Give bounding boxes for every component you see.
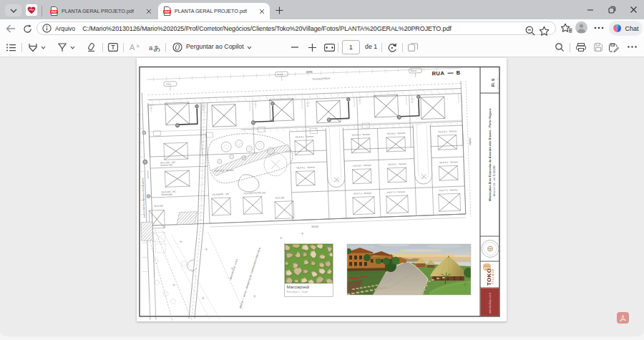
svg-text:VILA 8.1 - Terreno: VILA 8.1 - Terreno — [439, 160, 458, 164]
svg-text:Terreno 450: Terreno 450 — [160, 163, 172, 167]
svg-text:ÁREA Nº 7 - RESID. URBANIZAÇÃO: ÁREA Nº 7 - RESID. URBANIZAÇÃO / EMPREEN… — [238, 246, 262, 309]
svg-text:VILA 7.3 - Terreno: VILA 7.3 - Terreno — [353, 192, 372, 195]
svg-text:FILA ELÉTRICA: FILA ELÉTRICA — [313, 77, 331, 81]
svg-text:VILA 101: VILA 101 — [275, 196, 285, 199]
svg-text:VILA 9.2 - Terreno: VILA 9.2 - Terreno — [439, 130, 457, 133]
svg-text:VILA KHYTA PAV 102: VILA KHYTA PAV 102 — [243, 191, 265, 195]
svg-text:RUA: RUA — [431, 70, 444, 77]
svg-text:R-8.5: R-8.5 — [166, 83, 172, 86]
svg-text:Marciapiedi: Marciapiedi — [287, 284, 310, 289]
svg-text:VILA 9.2 - Terreno: VILA 9.2 - Terreno — [296, 135, 314, 139]
svg-text:30X60: 30X60 — [311, 225, 318, 228]
svg-text:Fl. 9: Fl. 9 — [491, 79, 495, 87]
svg-text:RUA A: RUA A — [469, 137, 472, 145]
svg-text:ESCALA 1:500: ESCALA 1:500 — [497, 77, 499, 89]
svg-text:R-0.6: R-0.6 — [411, 69, 416, 72]
svg-text:VILA 9.2 - Terreno: VILA 9.2 - Terreno — [352, 133, 371, 137]
svg-text:ÁREA Nº 8 ALT. 14.8.3: ÁREA Nº 8 ALT. 14.8.3 — [229, 258, 238, 280]
svg-text:www.tokovillage.com.br: www.tokovillage.com.br — [489, 293, 492, 314]
svg-text:VILA 103: VILA 103 — [154, 204, 163, 207]
svg-text:Alvará nº 29 - vál. 15/12/200: Alvará nº 29 - vál. 15/12/200 — [493, 165, 496, 196]
svg-text:B: B — [456, 69, 460, 76]
svg-text:VILA DATA - 102: VILA DATA - 102 — [213, 193, 230, 196]
svg-text:Pietra ligure 1 - Travel: Pietra ligure 1 - Travel — [287, 291, 308, 293]
svg-text:VILA 9.2 - Terreno: VILA 9.2 - Terreno — [387, 132, 406, 135]
svg-text:20X5: 20X5 — [306, 70, 313, 74]
svg-text:A: A — [130, 43, 135, 52]
svg-text:VILA 10.5 - Terreno: VILA 10.5 - Terreno — [214, 169, 234, 173]
svg-text:あ: あ — [154, 44, 161, 52]
svg-text:VILA 7.3 - Terreno: VILA 7.3 - Terreno — [439, 188, 458, 192]
svg-text:VILA 8.1 - Terreno: VILA 8.1 - Terreno — [388, 162, 406, 166]
svg-text:Masterplan Área Extensão da Av: Masterplan Área Extensão da Avenida dos … — [488, 108, 492, 201]
svg-text:VILLAGE: VILLAGE — [492, 268, 494, 284]
svg-text:R-2.4: R-2.4 — [277, 73, 283, 76]
svg-text:PDF: PDF — [165, 11, 170, 14]
svg-text:PDF: PDF — [52, 11, 57, 14]
svg-text:AV. ATLÂNTICA (AVENIDA DOS BÚ: AV. ATLÂNTICA (AVENIDA DOS BÚZIOS) — [141, 178, 146, 218]
svg-text:PASSEIO: PASSEIO — [146, 170, 149, 178]
svg-text:VILA 8.1 - Terreno: VILA 8.1 - Terreno — [296, 166, 315, 170]
svg-text:VILA 7.3 - Terreno: VILA 7.3 - Terreno — [387, 190, 406, 194]
svg-text:VILA 8.1 - Terreno: VILA 8.1 - Terreno — [353, 164, 371, 167]
svg-text:a: a — [149, 44, 153, 52]
svg-text:Reservado: Reservado — [161, 193, 172, 196]
